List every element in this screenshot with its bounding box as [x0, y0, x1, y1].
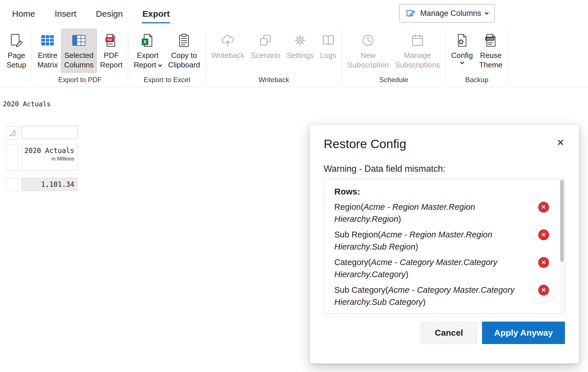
entire-matrix-label: Entire Matrix	[37, 51, 58, 70]
svg-text:X: X	[143, 39, 147, 45]
mismatch-item-sub-region: Sub Region(Acme - Region Master.Region H…	[334, 229, 565, 253]
ribbon-group-export-to-pdf: Entire Matrix Selected Columns	[33, 28, 127, 87]
chevron-down-icon	[460, 60, 464, 64]
group-label-schedule: Schedule	[344, 75, 443, 87]
chevron-down-icon	[485, 11, 489, 15]
mismatch-list: Rows: Region(Acme - Region Master.Region…	[324, 179, 565, 314]
ribbon-divider	[206, 31, 206, 83]
ribbon-divider	[32, 31, 32, 83]
scenario-label: Scenario	[251, 51, 280, 60]
group-label-empty	[3, 83, 29, 87]
manage-subscriptions-button[interactable]: Manage Subscriptions	[392, 29, 443, 73]
entire-matrix-button[interactable]: Entire Matrix	[34, 29, 61, 73]
tab-insert[interactable]: Insert	[54, 7, 77, 20]
mismatch-item-text: Sub Category(Acme - Category Master.Cate…	[334, 284, 521, 308]
ribbon-divider	[445, 31, 446, 83]
restore-config-dialog: Restore Config ✕ Warning - Data field mi…	[310, 124, 579, 364]
ribbon: Page Setup Entire Matrix	[0, 28, 588, 87]
apply-anyway-button[interactable]: Apply Anyway	[482, 322, 565, 344]
export-report-button[interactable]: X Export Report	[130, 29, 165, 73]
scenario-icon	[258, 32, 273, 49]
error-x-icon: ✕	[538, 285, 549, 296]
logs-book-icon	[320, 32, 336, 49]
matrix-column-header: 2020 Actuals	[22, 147, 74, 155]
matrix-filter-input[interactable]	[22, 126, 77, 139]
pdf-report-label: PDF Report	[100, 51, 122, 70]
ribbon-tab-bar: Home Insert Design Export Manage Columns	[0, 0, 588, 28]
matrix-column-header-cell[interactable]: 2020 Actuals in Millions	[22, 144, 77, 171]
clipboard-icon	[176, 32, 192, 49]
config-button[interactable]: Config	[448, 29, 476, 66]
dialog-title: Restore Config	[324, 137, 406, 151]
clock-icon	[360, 32, 376, 49]
config-document-gear-icon	[454, 32, 470, 49]
matrix-column-subheader: in Millions	[22, 156, 74, 162]
ribbon-group-export-to-excel: X Export Report Copy to	[129, 28, 205, 87]
error-x-icon: ✕	[538, 202, 549, 213]
page-setup-icon	[9, 32, 24, 49]
ribbon-divider	[128, 31, 128, 83]
tab-export[interactable]: Export	[142, 7, 170, 20]
ribbon-divider	[342, 31, 342, 83]
group-label-backup: Backup	[448, 75, 506, 87]
new-subscription-button[interactable]: New Subscription	[344, 29, 392, 73]
writeback-label: Writeback	[211, 51, 244, 60]
settings-label: Settings	[287, 51, 314, 60]
scrollbar-track[interactable]	[560, 180, 564, 312]
logs-button[interactable]: Logs	[317, 29, 339, 63]
writeback-button[interactable]: Writeback	[208, 29, 248, 63]
reuse-theme-button[interactable]: JSON Reuse Theme	[476, 29, 506, 73]
error-x-icon: ✕	[538, 257, 549, 268]
export-report-excel-icon: X	[140, 32, 155, 49]
config-label: Config	[451, 51, 473, 64]
mismatch-item-region: Region(Acme - Region Master.Region Hiera…	[334, 201, 565, 225]
scrollbar-thumb[interactable]	[560, 180, 564, 262]
triangle-icon	[9, 129, 16, 137]
calendar-icon	[410, 32, 425, 49]
group-label-export-to-excel: Export to Excel	[130, 75, 203, 87]
scenario-button[interactable]: Scenario	[248, 29, 284, 63]
writeback-cloud-icon	[220, 32, 236, 49]
entire-matrix-icon	[40, 32, 55, 49]
page-setup-label: Page Setup	[7, 51, 26, 70]
ribbon-group-schedule: New Subscription Manage Subscriptions Sc…	[343, 28, 445, 87]
matrix-row-header-cell[interactable]	[6, 144, 18, 171]
close-icon[interactable]: ✕	[556, 137, 565, 148]
ribbon-group-writeback: Writeback Scenario	[206, 28, 341, 87]
gear-icon	[292, 32, 308, 49]
ribbon-group-backup: Config JSON Reuse Theme	[446, 28, 507, 87]
group-label-export-to-pdf: Export to PDF	[34, 75, 126, 87]
chevron-down-icon	[158, 63, 162, 67]
mismatch-item-category: Category(Acme - Category Master.Category…	[334, 256, 565, 280]
settings-button[interactable]: Settings	[283, 29, 317, 63]
export-report-label: Export Report	[134, 51, 162, 70]
svg-text:JSON: JSON	[486, 37, 494, 40]
manage-subscriptions-label: Manage Subscriptions	[395, 51, 440, 70]
matrix-title: 2020 Actuals	[3, 100, 51, 108]
matrix-row-value-cell[interactable]	[6, 178, 18, 191]
mismatch-item-text: Category(Acme - Category Master.Category…	[334, 256, 521, 280]
matrix-value-cell[interactable]: 1,101.34	[22, 178, 77, 191]
matrix-corner-expand-cell[interactable]	[6, 126, 18, 140]
edit-columns-icon	[406, 8, 416, 18]
new-subscription-label: New Subscription	[348, 51, 389, 70]
mismatch-item-text: Region(Acme - Region Master.Region Hiera…	[334, 201, 521, 225]
ribbon-divider	[508, 31, 508, 83]
ribbon-group-page-setup: Page Setup	[2, 28, 31, 87]
tab-home[interactable]: Home	[12, 7, 36, 20]
page-setup-button[interactable]: Page Setup	[3, 29, 29, 73]
pdf-report-icon: PDF	[103, 32, 119, 49]
mismatch-item-text: Sub Region(Acme - Region Master.Region H…	[334, 229, 521, 253]
pdf-report-button[interactable]: PDF PDF Report	[97, 29, 126, 73]
reuse-theme-json-icon: JSON	[483, 32, 499, 49]
manage-columns-button[interactable]: Manage Columns	[399, 4, 495, 22]
selected-columns-icon	[71, 32, 87, 49]
cancel-button[interactable]: Cancel	[420, 322, 477, 344]
copy-to-clipboard-label: Copy to Clipboard	[168, 51, 200, 70]
selected-columns-button[interactable]: Selected Columns	[61, 29, 97, 73]
selected-columns-label: Selected Columns	[64, 51, 94, 70]
copy-to-clipboard-button[interactable]: Copy to Clipboard	[165, 29, 203, 73]
error-x-icon: ✕	[538, 229, 549, 240]
rows-label: Rows:	[334, 185, 565, 198]
tab-design[interactable]: Design	[95, 7, 123, 20]
